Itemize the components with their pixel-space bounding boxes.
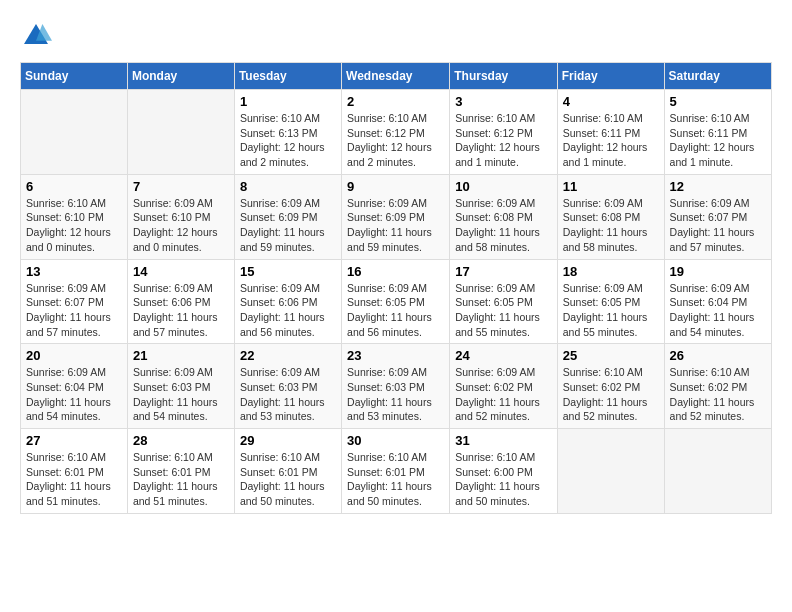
calendar-cell: 13Sunrise: 6:09 AM Sunset: 6:07 PM Dayli… <box>21 259 128 344</box>
calendar-header-row: SundayMondayTuesdayWednesdayThursdayFrid… <box>21 63 772 90</box>
day-info: Sunrise: 6:10 AM Sunset: 6:12 PM Dayligh… <box>347 111 444 170</box>
calendar-cell: 25Sunrise: 6:10 AM Sunset: 6:02 PM Dayli… <box>557 344 664 429</box>
day-info: Sunrise: 6:09 AM Sunset: 6:03 PM Dayligh… <box>240 365 336 424</box>
day-info: Sunrise: 6:10 AM Sunset: 6:13 PM Dayligh… <box>240 111 336 170</box>
day-info: Sunrise: 6:09 AM Sunset: 6:09 PM Dayligh… <box>347 196 444 255</box>
calendar-table: SundayMondayTuesdayWednesdayThursdayFrid… <box>20 62 772 514</box>
logo-icon <box>20 20 52 52</box>
day-info: Sunrise: 6:10 AM Sunset: 6:02 PM Dayligh… <box>670 365 766 424</box>
day-info: Sunrise: 6:09 AM Sunset: 6:06 PM Dayligh… <box>240 281 336 340</box>
calendar-cell: 20Sunrise: 6:09 AM Sunset: 6:04 PM Dayli… <box>21 344 128 429</box>
calendar-cell: 28Sunrise: 6:10 AM Sunset: 6:01 PM Dayli… <box>127 429 234 514</box>
day-info: Sunrise: 6:09 AM Sunset: 6:08 PM Dayligh… <box>455 196 551 255</box>
calendar-week-row: 6Sunrise: 6:10 AM Sunset: 6:10 PM Daylig… <box>21 174 772 259</box>
day-info: Sunrise: 6:10 AM Sunset: 6:11 PM Dayligh… <box>670 111 766 170</box>
calendar-cell: 23Sunrise: 6:09 AM Sunset: 6:03 PM Dayli… <box>342 344 450 429</box>
day-number: 12 <box>670 179 766 194</box>
calendar-cell: 24Sunrise: 6:09 AM Sunset: 6:02 PM Dayli… <box>450 344 557 429</box>
calendar-cell: 21Sunrise: 6:09 AM Sunset: 6:03 PM Dayli… <box>127 344 234 429</box>
day-info: Sunrise: 6:10 AM Sunset: 6:01 PM Dayligh… <box>133 450 229 509</box>
day-header-tuesday: Tuesday <box>234 63 341 90</box>
calendar-cell: 9Sunrise: 6:09 AM Sunset: 6:09 PM Daylig… <box>342 174 450 259</box>
day-info: Sunrise: 6:10 AM Sunset: 6:01 PM Dayligh… <box>26 450 122 509</box>
calendar-cell: 27Sunrise: 6:10 AM Sunset: 6:01 PM Dayli… <box>21 429 128 514</box>
day-info: Sunrise: 6:09 AM Sunset: 6:07 PM Dayligh… <box>670 196 766 255</box>
calendar-cell <box>557 429 664 514</box>
day-header-monday: Monday <box>127 63 234 90</box>
day-number: 28 <box>133 433 229 448</box>
day-info: Sunrise: 6:10 AM Sunset: 6:11 PM Dayligh… <box>563 111 659 170</box>
day-number: 27 <box>26 433 122 448</box>
day-info: Sunrise: 6:09 AM Sunset: 6:02 PM Dayligh… <box>455 365 551 424</box>
calendar-cell <box>664 429 771 514</box>
day-number: 6 <box>26 179 122 194</box>
calendar-cell: 14Sunrise: 6:09 AM Sunset: 6:06 PM Dayli… <box>127 259 234 344</box>
day-info: Sunrise: 6:09 AM Sunset: 6:03 PM Dayligh… <box>347 365 444 424</box>
day-info: Sunrise: 6:10 AM Sunset: 6:01 PM Dayligh… <box>347 450 444 509</box>
day-number: 26 <box>670 348 766 363</box>
day-info: Sunrise: 6:10 AM Sunset: 6:00 PM Dayligh… <box>455 450 551 509</box>
calendar-cell: 31Sunrise: 6:10 AM Sunset: 6:00 PM Dayli… <box>450 429 557 514</box>
calendar-cell: 19Sunrise: 6:09 AM Sunset: 6:04 PM Dayli… <box>664 259 771 344</box>
day-info: Sunrise: 6:10 AM Sunset: 6:12 PM Dayligh… <box>455 111 551 170</box>
day-info: Sunrise: 6:09 AM Sunset: 6:05 PM Dayligh… <box>563 281 659 340</box>
day-info: Sunrise: 6:09 AM Sunset: 6:04 PM Dayligh… <box>670 281 766 340</box>
calendar-cell: 4Sunrise: 6:10 AM Sunset: 6:11 PM Daylig… <box>557 90 664 175</box>
day-number: 29 <box>240 433 336 448</box>
day-info: Sunrise: 6:09 AM Sunset: 6:04 PM Dayligh… <box>26 365 122 424</box>
day-info: Sunrise: 6:09 AM Sunset: 6:09 PM Dayligh… <box>240 196 336 255</box>
day-number: 21 <box>133 348 229 363</box>
day-number: 14 <box>133 264 229 279</box>
day-info: Sunrise: 6:09 AM Sunset: 6:10 PM Dayligh… <box>133 196 229 255</box>
day-number: 22 <box>240 348 336 363</box>
day-info: Sunrise: 6:09 AM Sunset: 6:07 PM Dayligh… <box>26 281 122 340</box>
day-info: Sunrise: 6:09 AM Sunset: 6:06 PM Dayligh… <box>133 281 229 340</box>
calendar-week-row: 1Sunrise: 6:10 AM Sunset: 6:13 PM Daylig… <box>21 90 772 175</box>
day-number: 24 <box>455 348 551 363</box>
day-info: Sunrise: 6:09 AM Sunset: 6:03 PM Dayligh… <box>133 365 229 424</box>
calendar-week-row: 20Sunrise: 6:09 AM Sunset: 6:04 PM Dayli… <box>21 344 772 429</box>
day-number: 8 <box>240 179 336 194</box>
calendar-cell: 17Sunrise: 6:09 AM Sunset: 6:05 PM Dayli… <box>450 259 557 344</box>
calendar-cell: 11Sunrise: 6:09 AM Sunset: 6:08 PM Dayli… <box>557 174 664 259</box>
calendar-cell: 15Sunrise: 6:09 AM Sunset: 6:06 PM Dayli… <box>234 259 341 344</box>
day-number: 11 <box>563 179 659 194</box>
day-header-saturday: Saturday <box>664 63 771 90</box>
day-number: 17 <box>455 264 551 279</box>
logo <box>20 20 56 52</box>
day-number: 10 <box>455 179 551 194</box>
day-info: Sunrise: 6:09 AM Sunset: 6:05 PM Dayligh… <box>347 281 444 340</box>
calendar-cell: 22Sunrise: 6:09 AM Sunset: 6:03 PM Dayli… <box>234 344 341 429</box>
day-info: Sunrise: 6:09 AM Sunset: 6:05 PM Dayligh… <box>455 281 551 340</box>
day-info: Sunrise: 6:10 AM Sunset: 6:10 PM Dayligh… <box>26 196 122 255</box>
calendar-cell: 18Sunrise: 6:09 AM Sunset: 6:05 PM Dayli… <box>557 259 664 344</box>
day-number: 31 <box>455 433 551 448</box>
day-number: 9 <box>347 179 444 194</box>
day-number: 13 <box>26 264 122 279</box>
day-number: 1 <box>240 94 336 109</box>
calendar-cell: 29Sunrise: 6:10 AM Sunset: 6:01 PM Dayli… <box>234 429 341 514</box>
calendar-cell <box>127 90 234 175</box>
day-number: 2 <box>347 94 444 109</box>
calendar-cell: 2Sunrise: 6:10 AM Sunset: 6:12 PM Daylig… <box>342 90 450 175</box>
calendar-cell: 30Sunrise: 6:10 AM Sunset: 6:01 PM Dayli… <box>342 429 450 514</box>
day-info: Sunrise: 6:10 AM Sunset: 6:01 PM Dayligh… <box>240 450 336 509</box>
day-number: 16 <box>347 264 444 279</box>
day-number: 30 <box>347 433 444 448</box>
day-number: 4 <box>563 94 659 109</box>
calendar-cell: 5Sunrise: 6:10 AM Sunset: 6:11 PM Daylig… <box>664 90 771 175</box>
day-header-wednesday: Wednesday <box>342 63 450 90</box>
day-number: 23 <box>347 348 444 363</box>
day-header-thursday: Thursday <box>450 63 557 90</box>
calendar-cell <box>21 90 128 175</box>
day-number: 5 <box>670 94 766 109</box>
calendar-cell: 8Sunrise: 6:09 AM Sunset: 6:09 PM Daylig… <box>234 174 341 259</box>
day-number: 20 <box>26 348 122 363</box>
day-info: Sunrise: 6:09 AM Sunset: 6:08 PM Dayligh… <box>563 196 659 255</box>
day-number: 18 <box>563 264 659 279</box>
calendar-week-row: 27Sunrise: 6:10 AM Sunset: 6:01 PM Dayli… <box>21 429 772 514</box>
calendar-cell: 7Sunrise: 6:09 AM Sunset: 6:10 PM Daylig… <box>127 174 234 259</box>
day-number: 3 <box>455 94 551 109</box>
calendar-cell: 1Sunrise: 6:10 AM Sunset: 6:13 PM Daylig… <box>234 90 341 175</box>
calendar-cell: 26Sunrise: 6:10 AM Sunset: 6:02 PM Dayli… <box>664 344 771 429</box>
